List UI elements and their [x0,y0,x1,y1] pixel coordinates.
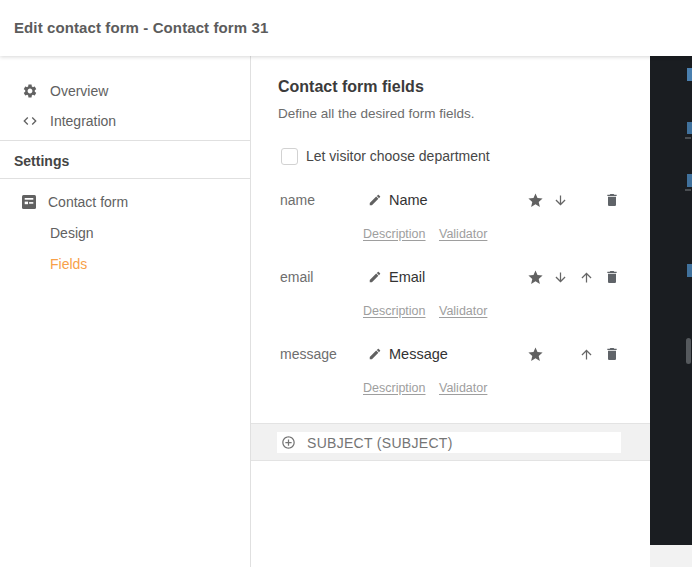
sidebar-item-label: Overview [50,83,108,99]
star-icon[interactable] [527,344,544,364]
description-link[interactable]: Description [363,304,426,318]
choose-department-label: Let visitor choose department [306,148,490,164]
plus-circle-icon [281,435,296,450]
field-links-name: Description Validator [363,224,487,240]
clipped-icon [687,264,692,277]
panel-subtitle: Define all the desired form fields. [278,106,475,121]
move-up-icon[interactable] [578,344,595,364]
pencil-icon [368,270,382,284]
background-page-strip [650,56,692,545]
star-icon[interactable] [527,267,544,287]
field-links-email: Description Validator [363,301,487,317]
sidebar-item-label: Contact form [48,194,128,210]
delete-icon[interactable] [603,190,620,210]
delete-icon[interactable] [603,267,620,287]
move-down-icon[interactable] [552,190,569,210]
field-label: Email [389,269,425,285]
sidebar-item-label: Design [50,225,94,241]
add-field-label: SUBJECT (SUBJECT) [307,435,453,451]
field-row-email: email Email [251,267,650,287]
sidebar-item-contact-form[interactable]: Contact form [0,187,250,217]
form-icon [22,195,36,209]
clipped-icon [687,174,692,187]
validator-link[interactable]: Validator [439,227,487,241]
add-field-subject-row[interactable]: SUBJECT (SUBJECT) [277,432,621,453]
edit-field-name[interactable]: Name [368,190,428,210]
description-link[interactable]: Description [363,381,426,395]
edit-field-email[interactable]: Email [368,267,425,287]
edit-field-message[interactable]: Message [368,344,448,364]
move-down-icon[interactable] [552,267,569,287]
panel-title: Contact form fields [278,78,424,96]
dialog-title: Edit contact form - Contact form 31 [14,0,268,56]
add-field-band: SUBJECT (SUBJECT) [251,423,650,461]
sidebar-divider [0,140,250,141]
background-page-corner [650,545,692,567]
validator-link[interactable]: Validator [439,381,487,395]
field-links-message: Description Validator [363,378,487,394]
field-key: email [280,267,313,287]
clipped-text [685,189,691,191]
sidebar-divider [0,178,250,179]
scrollbar-thumb[interactable] [686,338,691,364]
code-icon [22,113,38,129]
move-up-icon[interactable] [578,267,595,287]
gear-icon [22,83,38,99]
dialog-sidebar: Overview Integration Settings Contact fo… [0,56,251,567]
sidebar-item-label: Fields [50,256,87,272]
edit-contact-form-dialog: Edit contact form - Contact form 31 Over… [0,0,692,567]
clipped-text [685,137,691,139]
field-label: Message [389,346,448,362]
field-key: message [280,344,337,364]
field-row-name: name Name [251,190,650,210]
pencil-icon [368,347,382,361]
clipped-icon [687,122,692,134]
field-key: name [280,190,315,210]
contact-form-fields-panel: Contact form fields Define all the desir… [251,56,650,567]
field-label: Name [389,192,428,208]
sidebar-item-overview[interactable]: Overview [0,76,250,106]
delete-icon[interactable] [603,344,620,364]
choose-department-row: Let visitor choose department [281,147,490,165]
star-icon[interactable] [527,190,544,210]
sidebar-item-integration[interactable]: Integration [0,106,250,136]
field-row-message: message Message [251,344,650,364]
validator-link[interactable]: Validator [439,304,487,318]
dialog-header: Edit contact form - Contact form 31 [0,0,692,56]
choose-department-checkbox[interactable] [281,148,298,165]
clipped-icon [687,68,692,81]
pencil-icon [368,193,382,207]
sidebar-item-design[interactable]: Design [0,218,250,248]
sidebar-item-label: Integration [50,113,116,129]
sidebar-section-settings: Settings [0,146,250,176]
description-link[interactable]: Description [363,227,426,241]
sidebar-item-fields[interactable]: Fields [0,249,250,279]
